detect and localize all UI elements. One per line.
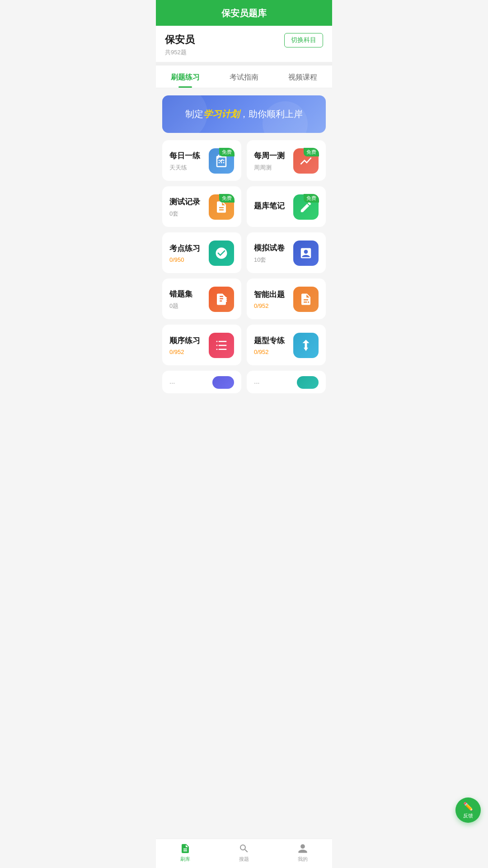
top-bar: 保安员题库 bbox=[156, 0, 332, 26]
app-title: 保安员题库 bbox=[221, 8, 267, 18]
card-daily-subtitle: 天天练 bbox=[169, 164, 200, 172]
card-notes[interactable]: 题库笔记 免费 bbox=[247, 186, 326, 227]
card-records-icon: 免费 bbox=[209, 194, 234, 220]
card-daily-title: 每日一练 bbox=[169, 151, 200, 161]
card-extra-left[interactable]: ... bbox=[162, 371, 241, 393]
feature-grid: 每日一练 天天练 免费 每周一测 周周测 免费 测试记录 0套 bbox=[162, 140, 326, 365]
tab-practice[interactable]: 刷题练习 bbox=[156, 66, 215, 88]
card-records-subtitle: 0套 bbox=[169, 210, 200, 218]
card-notes-icon: 免费 bbox=[293, 194, 319, 220]
bottom-navigation: 刷库 搜题 我的 bbox=[156, 839, 332, 868]
card-smart-title: 智能出题 bbox=[254, 289, 285, 300]
card-mock[interactable]: 模拟试卷 10套 bbox=[247, 232, 326, 273]
subject-header: 保安员 共952题 切换科目 bbox=[156, 26, 332, 62]
card-keypoints-subtitle: 0/950 bbox=[169, 256, 200, 263]
card-records[interactable]: 测试记录 0套 免费 bbox=[162, 186, 241, 227]
person-icon bbox=[297, 843, 309, 854]
card-weekly-title: 每周一测 bbox=[254, 151, 285, 161]
card-keypoints[interactable]: 考点练习 0/950 bbox=[162, 232, 241, 273]
card-extra-left-icon bbox=[212, 376, 234, 389]
card-smart-subtitle: 0/952 bbox=[254, 302, 285, 309]
card-daily[interactable]: 每日一练 天天练 免费 bbox=[162, 140, 241, 181]
nav-item-search[interactable]: 搜题 bbox=[215, 843, 273, 863]
card-sequential[interactable]: 顺序练习 0/952 bbox=[162, 325, 241, 365]
card-smart-icon bbox=[293, 287, 319, 312]
card-daily-icon: 免费 bbox=[209, 148, 234, 174]
card-type-icon bbox=[293, 333, 319, 358]
card-keypoints-icon bbox=[209, 241, 234, 266]
nav-item-tiku[interactable]: 刷库 bbox=[156, 843, 215, 863]
free-badge-notes: 免费 bbox=[304, 194, 319, 203]
subject-count: 共952题 bbox=[165, 48, 195, 57]
tiku-icon bbox=[179, 843, 191, 854]
nav-label-tiku: 刷库 bbox=[180, 856, 190, 863]
free-badge: 免费 bbox=[219, 148, 235, 156]
banner-text: 制定学习计划，助你顺利上岸 bbox=[171, 108, 317, 120]
card-weekly-subtitle: 周周测 bbox=[254, 164, 285, 172]
card-mock-icon bbox=[293, 241, 319, 266]
card-mistakes[interactable]: 错题集 0题 bbox=[162, 278, 241, 319]
search-icon bbox=[238, 843, 250, 854]
card-notes-title: 题库笔记 bbox=[254, 201, 285, 211]
card-mistakes-subtitle: 0题 bbox=[169, 302, 192, 310]
card-weekly-icon: 免费 bbox=[293, 148, 319, 174]
card-type-title: 题型专练 bbox=[254, 335, 285, 346]
card-extra-right-title: ... bbox=[254, 377, 260, 385]
card-sequential-icon bbox=[209, 333, 234, 358]
card-weekly[interactable]: 每周一测 周周测 免费 bbox=[247, 140, 326, 181]
study-plan-banner[interactable]: 制定学习计划，助你顺利上岸 bbox=[162, 95, 326, 133]
card-extra-left-title: ... bbox=[169, 377, 175, 385]
card-extra-right-icon bbox=[297, 376, 319, 389]
subject-info: 保安员 共952题 bbox=[165, 33, 195, 57]
subject-name: 保安员 bbox=[165, 33, 195, 47]
partial-row: ... ... bbox=[162, 371, 326, 393]
card-keypoints-title: 考点练习 bbox=[169, 243, 200, 254]
card-sequential-subtitle: 0/952 bbox=[169, 349, 200, 355]
tab-video[interactable]: 视频课程 bbox=[273, 66, 332, 88]
card-type[interactable]: 题型专练 0/952 bbox=[247, 325, 326, 365]
nav-label-search: 搜题 bbox=[239, 856, 249, 863]
card-type-subtitle: 0/952 bbox=[254, 349, 285, 355]
card-mock-subtitle: 10套 bbox=[254, 256, 285, 264]
free-badge-records: 免费 bbox=[219, 194, 235, 203]
card-mistakes-title: 错题集 bbox=[169, 289, 192, 299]
card-mock-title: 模拟试卷 bbox=[254, 243, 285, 253]
card-smart[interactable]: 智能出题 0/952 bbox=[247, 278, 326, 319]
card-mistakes-icon bbox=[209, 287, 234, 312]
card-records-title: 测试记录 bbox=[169, 197, 200, 207]
main-content: 制定学习计划，助你顺利上岸 每日一练 天天练 免费 每周一测 周周测 免费 bbox=[156, 88, 332, 429]
free-badge-weekly: 免费 bbox=[304, 148, 319, 156]
card-extra-right[interactable]: ... bbox=[247, 371, 326, 393]
tab-guide[interactable]: 考试指南 bbox=[215, 66, 273, 88]
divider bbox=[156, 62, 332, 66]
switch-subject-button[interactable]: 切换科目 bbox=[284, 33, 323, 47]
nav-label-mine: 我的 bbox=[298, 856, 308, 863]
nav-item-mine[interactable]: 我的 bbox=[273, 843, 332, 863]
tab-bar: 刷题练习 考试指南 视频课程 bbox=[156, 66, 332, 88]
card-sequential-title: 顺序练习 bbox=[169, 335, 200, 346]
